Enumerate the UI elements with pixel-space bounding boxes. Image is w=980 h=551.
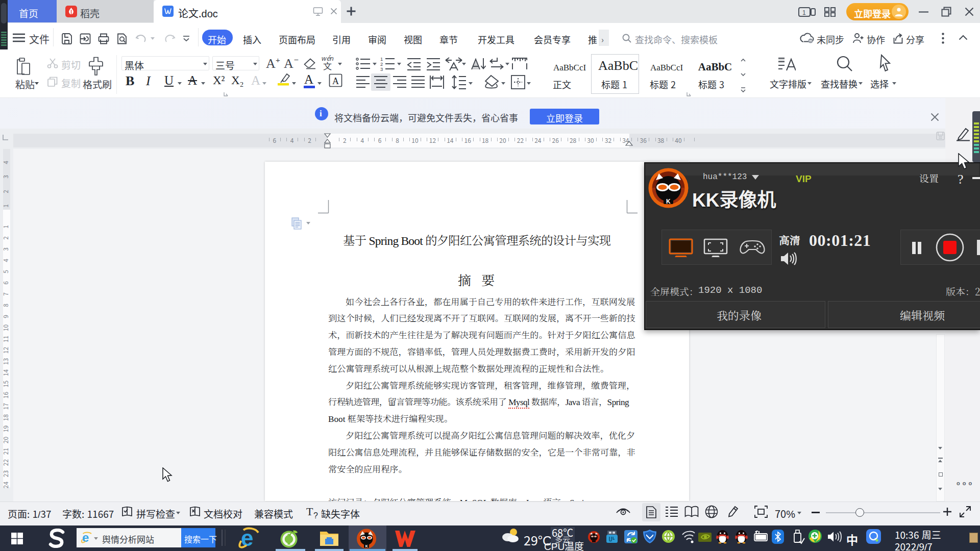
svg-text:K: K <box>666 198 671 205</box>
svg-text:1: 1 <box>802 9 806 16</box>
svg-text:e: e <box>241 527 253 548</box>
svg-text:A: A <box>332 76 339 86</box>
svg-text:3: 3 <box>380 66 383 71</box>
svg-text:K: K <box>365 544 368 548</box>
